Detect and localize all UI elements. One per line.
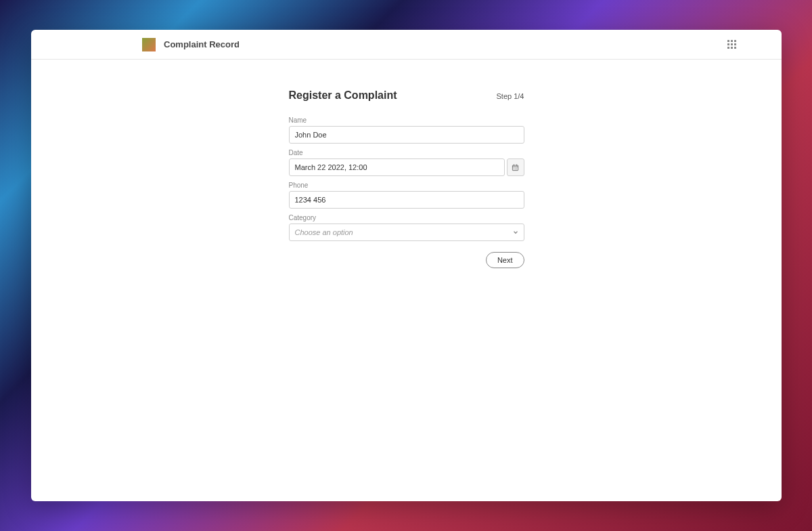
date-input[interactable] — [289, 158, 505, 176]
form-actions: Next — [289, 252, 524, 268]
app-window: Complaint Record Register a Complaint St… — [31, 30, 782, 501]
name-field-group: Name — [289, 116, 524, 144]
date-field-group: Date — [289, 149, 524, 176]
category-select-wrapper: Choose an option — [289, 224, 524, 241]
app-logo — [142, 38, 156, 51]
form-title: Register a Complaint — [289, 89, 397, 102]
category-select[interactable]: Choose an option — [289, 224, 524, 241]
phone-label: Phone — [289, 182, 524, 189]
form-header: Register a Complaint Step 1/4 — [289, 89, 524, 102]
content-area: Register a Complaint Step 1/4 Name Date — [31, 60, 782, 268]
phone-field-group: Phone — [289, 182, 524, 209]
date-label: Date — [289, 149, 524, 156]
app-title: Complaint Record — [164, 39, 240, 49]
apps-grid-icon[interactable] — [727, 40, 736, 49]
name-input[interactable] — [289, 126, 524, 144]
calendar-icon — [512, 164, 519, 171]
calendar-button[interactable] — [507, 158, 524, 176]
name-label: Name — [289, 116, 524, 124]
next-button[interactable]: Next — [486, 252, 524, 268]
category-field-group: Category Choose an option — [289, 214, 524, 241]
complaint-form: Register a Complaint Step 1/4 Name Date — [289, 89, 524, 268]
phone-input[interactable] — [289, 191, 524, 209]
header-left: Complaint Record — [142, 38, 240, 51]
app-header: Complaint Record — [31, 30, 782, 60]
category-label: Category — [289, 214, 524, 221]
date-input-wrapper — [289, 158, 524, 176]
step-indicator: Step 1/4 — [497, 92, 524, 100]
